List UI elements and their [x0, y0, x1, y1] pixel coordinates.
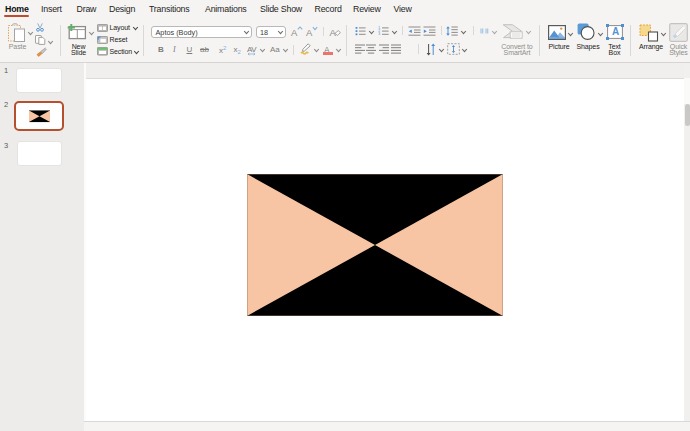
- svg-text:A: A: [612, 26, 619, 37]
- svg-text:3: 3: [378, 32, 380, 36]
